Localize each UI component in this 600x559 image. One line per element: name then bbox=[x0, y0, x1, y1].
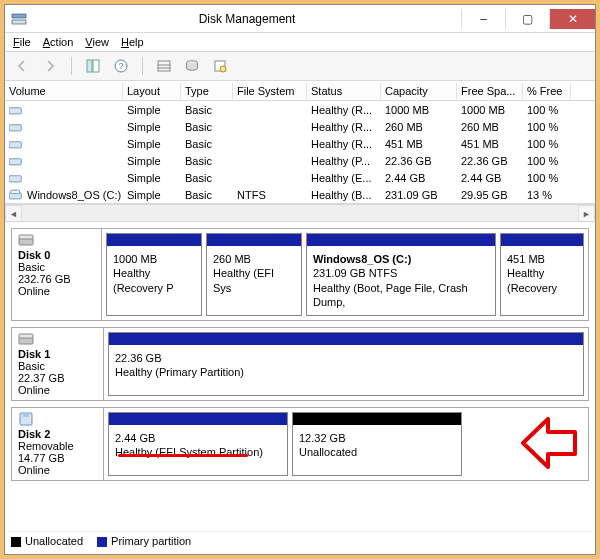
disk-management-window: Disk Management – ▢ ✕ File Action View H… bbox=[4, 4, 596, 555]
menu-file[interactable]: File bbox=[13, 36, 31, 48]
title-bar[interactable]: Disk Management – ▢ ✕ bbox=[5, 5, 595, 33]
svg-rect-24 bbox=[23, 413, 29, 417]
menu-action[interactable]: Action bbox=[43, 36, 74, 48]
col-type[interactable]: Type bbox=[181, 83, 233, 99]
disk-row[interactable]: Disk 2Removable14.77 GBOnline2.44 GBHeal… bbox=[11, 407, 589, 481]
menu-bar: File Action View Help bbox=[5, 33, 595, 52]
disk-info[interactable]: Disk 1Basic22.37 GBOnline bbox=[12, 328, 104, 400]
volume-icon bbox=[9, 189, 23, 200]
disk-row[interactable]: Disk 0Basic232.76 GBOnline1000 MBHealthy… bbox=[11, 228, 589, 321]
cell-layout: Simple bbox=[123, 188, 181, 202]
table-row[interactable]: SimpleBasicHealthy (R...1000 MB1000 MB10… bbox=[5, 101, 595, 118]
table-row[interactable]: SimpleBasicHealthy (P...22.36 GB22.36 GB… bbox=[5, 152, 595, 169]
svg-rect-12 bbox=[9, 108, 21, 114]
properties-button[interactable] bbox=[209, 55, 231, 77]
back-button[interactable] bbox=[11, 55, 33, 77]
partition-status: Unallocated bbox=[299, 445, 455, 459]
legend-primary: Primary partition bbox=[97, 535, 191, 547]
svg-rect-20 bbox=[19, 235, 33, 239]
partition[interactable]: 12.32 GBUnallocated bbox=[292, 412, 462, 476]
cell-free: 22.36 GB bbox=[457, 154, 523, 168]
close-button[interactable]: ✕ bbox=[549, 9, 595, 29]
horizontal-scrollbar[interactable]: ◄ ► bbox=[5, 204, 595, 221]
cell-status: Healthy (R... bbox=[307, 120, 381, 134]
disk-info[interactable]: Disk 2Removable14.77 GBOnline bbox=[12, 408, 104, 480]
partition-cap bbox=[207, 234, 301, 246]
volume-name: Windows8_OS (C:) bbox=[27, 189, 121, 201]
svg-rect-2 bbox=[87, 60, 92, 72]
partition[interactable]: 2.44 GBHealthy (EFI System Partition) bbox=[108, 412, 288, 476]
volume-icon bbox=[9, 155, 23, 166]
cell-status: Healthy (P... bbox=[307, 154, 381, 168]
volume-icon bbox=[9, 172, 23, 183]
menu-help[interactable]: Help bbox=[121, 36, 144, 48]
cell-layout: Simple bbox=[123, 171, 181, 185]
disk-status: Online bbox=[18, 464, 97, 476]
menu-view[interactable]: View bbox=[85, 36, 109, 48]
partition-status: Healthy (EFI Sys bbox=[213, 266, 295, 295]
table-row[interactable]: SimpleBasicHealthy (R...451 MB451 MB100 … bbox=[5, 135, 595, 152]
cell-pct: 100 % bbox=[523, 137, 571, 151]
col-status[interactable]: Status bbox=[307, 83, 381, 99]
maximize-button[interactable]: ▢ bbox=[505, 9, 549, 29]
col-volume[interactable]: Volume bbox=[5, 83, 123, 99]
cell-capacity: 451 MB bbox=[381, 137, 457, 151]
cell-type: Basic bbox=[181, 103, 233, 117]
partition-size: 1000 MB bbox=[113, 252, 195, 266]
disk-status: Online bbox=[18, 285, 95, 297]
table-row[interactable]: Windows8_OS (C:)SimpleBasicNTFSHealthy (… bbox=[5, 186, 595, 203]
cell-layout: Simple bbox=[123, 154, 181, 168]
svg-rect-1 bbox=[12, 20, 26, 24]
volume-icon bbox=[9, 104, 23, 115]
scroll-right-button[interactable]: ► bbox=[578, 205, 595, 222]
minimize-button[interactable]: – bbox=[461, 9, 505, 29]
partition[interactable]: 260 MBHealthy (EFI Sys bbox=[206, 233, 302, 316]
svg-rect-22 bbox=[19, 334, 33, 338]
partition-size: 12.32 GB bbox=[299, 431, 455, 445]
cell-type: Basic bbox=[181, 137, 233, 151]
disk-type: Basic bbox=[18, 360, 97, 372]
disk-button[interactable] bbox=[181, 55, 203, 77]
disk-row[interactable]: Disk 1Basic22.37 GBOnline22.36 GBHealthy… bbox=[11, 327, 589, 401]
partition-status: Healthy (Primary Partition) bbox=[115, 365, 577, 379]
cell-type: Basic bbox=[181, 171, 233, 185]
cell-fs bbox=[233, 177, 307, 179]
grid-button[interactable] bbox=[153, 55, 175, 77]
svg-rect-0 bbox=[12, 14, 26, 18]
cell-free: 451 MB bbox=[457, 137, 523, 151]
cell-capacity: 1000 MB bbox=[381, 103, 457, 117]
partition[interactable]: Windows8_OS (C:)231.09 GB NTFSHealthy (B… bbox=[306, 233, 496, 316]
disk-info[interactable]: Disk 0Basic232.76 GBOnline bbox=[12, 229, 102, 320]
volume-icon bbox=[9, 121, 23, 132]
col-capacity[interactable]: Capacity bbox=[381, 83, 457, 99]
cell-fs bbox=[233, 109, 307, 111]
table-row[interactable]: SimpleBasicHealthy (E...2.44 GB2.44 GB10… bbox=[5, 169, 595, 186]
volume-table[interactable]: Volume Layout Type File System Status Ca… bbox=[5, 81, 595, 204]
partition[interactable]: 451 MBHealthy (Recovery bbox=[500, 233, 584, 316]
table-row[interactable]: SimpleBasicHealthy (R...260 MB260 MB100 … bbox=[5, 118, 595, 135]
cell-fs bbox=[233, 126, 307, 128]
partition[interactable]: 1000 MBHealthy (Recovery P bbox=[106, 233, 202, 316]
partition[interactable]: 22.36 GBHealthy (Primary Partition) bbox=[108, 332, 584, 396]
cell-status: Healthy (R... bbox=[307, 103, 381, 117]
col-layout[interactable]: Layout bbox=[123, 83, 181, 99]
help-button[interactable]: ? bbox=[110, 55, 132, 77]
disk-type: Removable bbox=[18, 440, 97, 452]
scroll-track[interactable] bbox=[22, 205, 578, 221]
col-freespace[interactable]: Free Spa... bbox=[457, 83, 523, 99]
cell-free: 2.44 GB bbox=[457, 171, 523, 185]
forward-button[interactable] bbox=[39, 55, 61, 77]
scroll-left-button[interactable]: ◄ bbox=[5, 205, 22, 222]
cell-fs bbox=[233, 143, 307, 145]
cell-free: 260 MB bbox=[457, 120, 523, 134]
volume-table-header[interactable]: Volume Layout Type File System Status Ca… bbox=[5, 81, 595, 101]
partition-cap bbox=[293, 413, 461, 425]
col-pctfree[interactable]: % Free bbox=[523, 83, 571, 99]
disk-size: 22.37 GB bbox=[18, 372, 97, 384]
cell-status: Healthy (E... bbox=[307, 171, 381, 185]
cell-fs bbox=[233, 160, 307, 162]
showhide-button[interactable] bbox=[82, 55, 104, 77]
cell-capacity: 231.09 GB bbox=[381, 188, 457, 202]
col-filesystem[interactable]: File System bbox=[233, 83, 307, 99]
cell-capacity: 22.36 GB bbox=[381, 154, 457, 168]
